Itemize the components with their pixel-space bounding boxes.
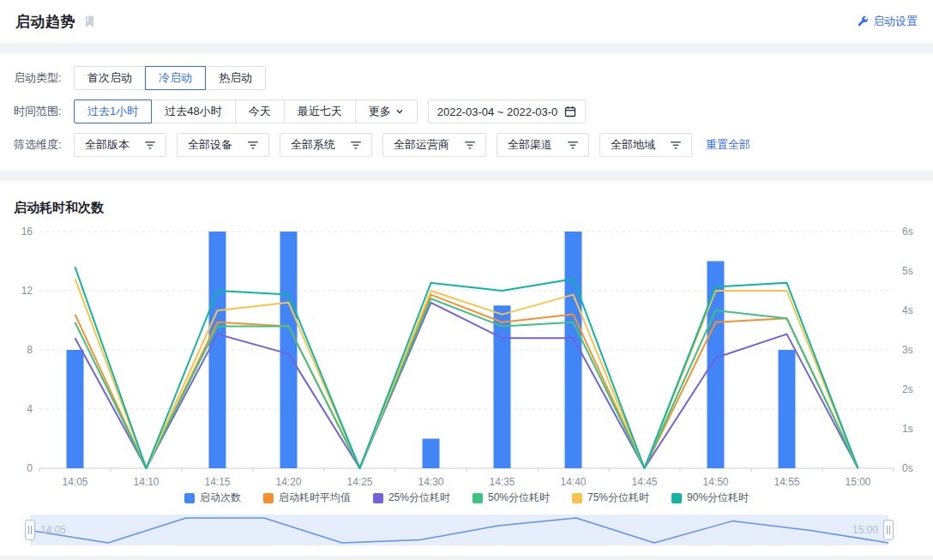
zoom-handle-right[interactable] [883,520,894,540]
bookmark-icon[interactable] [84,15,95,28]
bar-14:15[interactable] [209,232,226,468]
bar-14:20[interactable] [280,232,298,468]
dimension-dropdown-label: 全部地域 [611,137,655,153]
dimension-label: 筛选维度: [14,137,74,153]
left-axis-tick: 4 [27,403,33,415]
filter-panel: 启动类型: 首次启动冷启动热启动 时间范围: 过去1小时过去48小时今天最近七天… [0,53,933,171]
calendar-icon [564,105,576,117]
launch-type-label: 启动类型: [14,70,74,86]
dimension-group: 全部版本全部设备全部系统全部运营商全部渠道全部地域 [74,133,692,157]
legend-swatch [263,493,274,503]
launch-type-option-0[interactable]: 首次启动 [74,66,146,90]
right-axis-tick: 5s [902,265,913,277]
legend-label: 25%分位耗时 [388,491,450,505]
legend-item-75%分位耗时[interactable]: 75%分位耗时 [572,491,649,505]
dimension-dropdown-3[interactable]: 全部运营商 [382,133,486,157]
data-zoom-slider[interactable]: 14:05 15:00 [30,515,888,545]
legend-item-25%分位耗时[interactable]: 25%分位耗时 [373,491,450,505]
zoom-end-label: 15:00 [852,515,878,545]
right-axis-tick: 6s [902,226,913,238]
time-range-option-2[interactable]: 今天 [235,99,285,123]
dimension-dropdown-label: 全部设备 [188,137,232,153]
filter-lines-icon [671,141,681,150]
line-25%分位耗时 [75,303,858,468]
launch-type-row: 启动类型: 首次启动冷启动热启动 [14,66,919,90]
legend-label: 50%分位耗时 [488,491,550,505]
left-axis-tick: 0 [27,462,33,474]
time-range-option-label: 今天 [249,104,271,119]
x-axis-label: 14:15 [204,476,230,488]
trend-chart[interactable]: 04812160s1s2s3s4s5s6s14:0514:1014:1514:2… [0,218,933,491]
reset-all-link[interactable]: 重置全部 [706,137,750,153]
chart-legend: 启动次数启动耗时平均值25%分位耗时50%分位耗时75%分位耗时90%分位耗时 [0,491,933,505]
filter-lines-icon [568,141,578,150]
right-axis-tick: 3s [902,344,913,356]
legend-item-启动耗时平均值[interactable]: 启动耗时平均值 [263,491,351,505]
x-axis-label: 14:10 [133,476,159,488]
time-range-option-0[interactable]: 过去1小时 [74,99,152,123]
x-axis-label: 14:50 [702,476,728,488]
bar-14:30[interactable] [423,439,440,469]
legend-label: 启动耗时平均值 [279,491,351,505]
x-axis-label: 14:05 [62,476,87,488]
wrench-icon [857,15,869,27]
x-axis-label: 14:30 [418,476,443,488]
right-axis-tick: 4s [902,304,913,316]
page-header: 启动趋势 启动设置 [0,0,933,43]
filter-lines-icon [145,141,155,150]
dimension-dropdown-label: 全部渠道 [508,137,552,153]
legend-swatch [572,493,582,503]
time-range-option-label: 最近七天 [298,104,342,119]
x-axis-label: 14:40 [560,476,586,488]
time-range-option-1[interactable]: 过去48小时 [151,99,235,123]
x-axis-label: 15:00 [845,476,870,488]
right-axis-tick: 0s [902,462,913,474]
filter-lines-icon [465,141,475,150]
dimension-dropdown-0[interactable]: 全部版本 [74,133,166,157]
time-range-label: 时间范围: [14,104,74,119]
bar-14:55[interactable] [779,350,796,468]
x-axis-label: 14:25 [346,476,372,488]
line-50%分位耗时 [75,298,858,468]
time-range-group: 过去1小时过去48小时今天最近七天更多 [74,99,418,123]
legend-item-50%分位耗时[interactable]: 50%分位耗时 [473,491,550,505]
zoom-handle-left[interactable] [25,520,35,540]
dimension-dropdown-label: 全部运营商 [394,137,449,153]
dimension-dropdown-label: 全部版本 [85,137,129,153]
bar-14:35[interactable] [494,305,511,468]
legend-swatch [473,493,483,503]
launch-settings-link[interactable]: 启动设置 [857,14,918,29]
launch-type-option-label: 首次启动 [87,70,132,86]
launch-type-option-1[interactable]: 冷启动 [145,66,206,90]
chart-card: 启动耗时和次数 04812160s1s2s3s4s5s6s14:0514:101… [0,181,933,556]
settings-label: 启动设置 [873,14,918,29]
legend-swatch [671,493,682,503]
dimension-dropdown-1[interactable]: 全部设备 [177,133,269,157]
dimension-dropdown-2[interactable]: 全部系统 [280,133,372,157]
chevron-down-icon [395,107,404,116]
date-range-input[interactable]: 2022-03-04 ~ 2022-03-0 [428,99,587,123]
legend-item-启动次数[interactable]: 启动次数 [184,491,241,505]
x-axis-label: 14:35 [489,476,515,488]
time-range-option-label: 过去1小时 [87,104,138,119]
legend-swatch [184,493,195,503]
dimension-dropdown-5[interactable]: 全部地域 [599,133,692,157]
legend-item-90%分位耗时[interactable]: 90%分位耗时 [671,491,749,505]
launch-type-option-2[interactable]: 热启动 [205,66,266,90]
time-range-option-label: 过去48小时 [165,104,221,119]
legend-label: 90%分位耗时 [687,491,749,505]
time-range-option-3[interactable]: 最近七天 [284,99,356,123]
zoom-start-label: 14:05 [40,515,66,545]
launch-type-group: 首次启动冷启动热启动 [74,66,266,90]
data-zoom-overview [30,515,888,545]
legend-label: 启动次数 [200,491,241,505]
dimension-dropdown-4[interactable]: 全部渠道 [497,133,589,157]
time-range-option-4[interactable]: 更多 [355,99,418,123]
x-axis-label: 14:45 [631,476,657,488]
date-range-value: 2022-03-04 ~ 2022-03-0 [437,105,558,118]
launch-type-option-label: 热启动 [219,70,252,86]
bar-14:05[interactable] [67,350,84,468]
launch-type-option-label: 冷启动 [159,70,192,86]
dimension-row: 筛选维度: 全部版本全部设备全部系统全部运营商全部渠道全部地域 重置全部 [14,133,919,157]
left-axis-tick: 12 [21,285,33,297]
